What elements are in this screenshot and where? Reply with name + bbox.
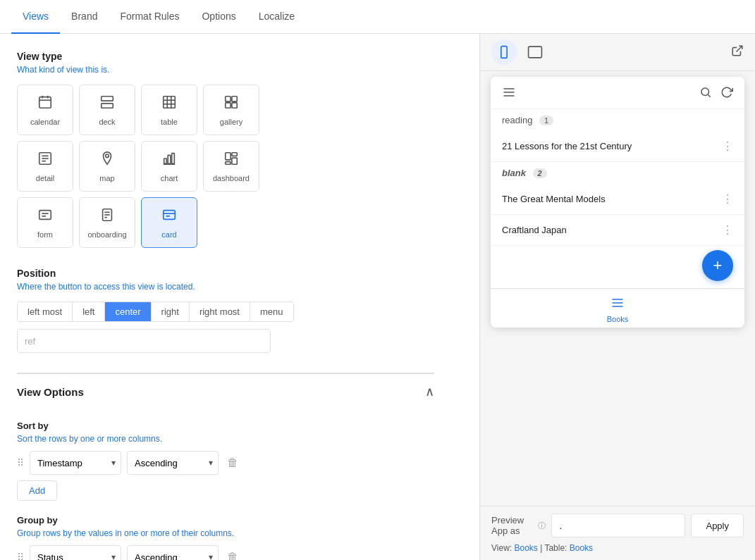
left-panel: View type What kind of view this is. cal… <box>0 34 480 560</box>
position-section: Position Where the button to access this… <box>17 268 434 353</box>
preview-bar: Preview App as ⓘ Apply View: Books | Tab… <box>480 506 755 560</box>
svg-rect-40 <box>529 46 542 58</box>
phone-screen: reading 1 21 Lessons for the 21st Centur… <box>491 77 744 328</box>
phone-refresh-icon[interactable] <box>720 86 733 102</box>
group-column-select[interactable]: Status <box>30 545 121 560</box>
view-type-calendar[interactable]: calendar <box>17 85 73 135</box>
svg-line-47 <box>708 94 710 97</box>
chart-icon <box>161 151 177 170</box>
deck-icon <box>99 94 115 113</box>
onboarding-icon <box>99 207 115 226</box>
pos-left-most[interactable]: left most <box>18 302 73 321</box>
sort-by-section: Sort by Sort the rows by one or more col… <box>17 421 434 501</box>
book-item-21lessons[interactable]: 21 Lessons for the 21st Century ⋮ <box>491 131 744 162</box>
view-type-grid: calendar deck table <box>17 85 434 248</box>
view-type-form[interactable]: form <box>17 197 73 248</box>
fab-area: + <box>491 246 744 288</box>
group-by-title: Group by <box>17 515 434 525</box>
svg-point-46 <box>701 88 709 96</box>
view-type-dashboard[interactable]: dashboard <box>203 141 259 192</box>
svg-rect-11 <box>226 96 231 101</box>
group-reading-label: reading 1 <box>491 109 744 131</box>
nav-item-views[interactable]: Views <box>11 0 60 34</box>
pos-right-most[interactable]: right most <box>190 302 250 321</box>
position-desc: Where the button to access this view is … <box>17 282 434 292</box>
view-type-map[interactable]: map <box>79 141 135 192</box>
group-blank-name: blank <box>502 168 526 178</box>
group-drag-handle[interactable]: ⠿ <box>17 552 24 560</box>
phone-frame: reading 1 21 Lessons for the 21st Centur… <box>480 71 755 506</box>
fab-button[interactable]: + <box>702 250 733 281</box>
preview-app-as-label: Preview App as ⓘ <box>491 515 546 536</box>
device-toolbar <box>480 34 755 71</box>
table-icon <box>161 94 177 113</box>
preview-app-as-input[interactable] <box>551 514 685 537</box>
apply-button[interactable]: Apply <box>691 514 744 537</box>
pos-right[interactable]: right <box>152 302 190 321</box>
svg-rect-22 <box>172 153 175 163</box>
book-title-craftland: Craftland Japan <box>502 225 567 235</box>
nav-item-options[interactable]: Options <box>190 0 247 34</box>
deck-label: deck <box>99 118 115 126</box>
view-type-onboarding[interactable]: onboarding <box>79 197 135 248</box>
svg-rect-0 <box>39 97 51 108</box>
book-item-craftland[interactable]: Craftland Japan ⋮ <box>491 215 744 246</box>
svg-rect-25 <box>232 152 237 156</box>
view-type-deck[interactable]: deck <box>79 85 135 135</box>
table-link[interactable]: Books <box>570 543 593 553</box>
group-by-section: Group by Group rows by the values in one… <box>17 515 434 560</box>
view-options-collapse-button[interactable]: ∧ <box>425 384 434 399</box>
book-more-21lessons[interactable]: ⋮ <box>722 139 733 153</box>
book-item-mental-models[interactable]: The Great Mental Models ⋮ <box>491 184 744 215</box>
external-link-button[interactable] <box>731 44 744 61</box>
view-link[interactable]: Books <box>514 543 537 553</box>
group-delete-button[interactable]: 🗑 <box>224 548 241 560</box>
sort-by-title: Sort by <box>17 421 434 431</box>
svg-rect-14 <box>232 102 237 107</box>
group-column-wrapper: Status <box>30 545 121 560</box>
sort-order-select[interactable]: Ascending Descending <box>127 451 219 475</box>
calendar-label: calendar <box>30 118 60 126</box>
sort-order-wrapper: Ascending Descending <box>127 451 219 475</box>
books-list-icon <box>610 296 625 313</box>
detail-label: detail <box>36 174 54 182</box>
bottom-nav-books[interactable]: Books <box>593 296 643 323</box>
book-more-craftland[interactable]: ⋮ <box>722 223 733 237</box>
position-title: Position <box>17 268 434 279</box>
hamburger-icon[interactable] <box>502 85 516 103</box>
sort-drag-handle[interactable]: ⠿ <box>17 457 24 468</box>
svg-rect-38 <box>501 46 507 58</box>
group-order-select[interactable]: Ascending Descending <box>127 545 219 560</box>
view-options-header: View Options ∧ <box>17 373 434 409</box>
phone-view-button[interactable] <box>491 39 517 65</box>
table-label: table <box>161 118 178 126</box>
phone-search-icon[interactable] <box>699 86 712 102</box>
ref-input[interactable]: ref <box>17 329 271 353</box>
nav-item-localize[interactable]: Localize <box>247 0 306 34</box>
phone-header-right <box>699 86 733 102</box>
svg-rect-20 <box>164 158 167 163</box>
sort-add-button[interactable]: Add <box>17 480 57 501</box>
svg-rect-4 <box>102 96 113 100</box>
device-buttons <box>491 39 548 65</box>
pos-left[interactable]: left <box>73 302 105 321</box>
svg-rect-13 <box>226 102 231 107</box>
book-more-mental-models[interactable]: ⋮ <box>722 192 733 206</box>
view-type-card[interactable]: card <box>141 197 197 248</box>
sort-column-select[interactable]: Timestamp <box>30 451 121 475</box>
sort-delete-button[interactable]: 🗑 <box>224 454 241 472</box>
nav-item-format-rules[interactable]: Format Rules <box>109 0 190 34</box>
tablet-view-button[interactable] <box>522 39 548 65</box>
pos-center[interactable]: center <box>105 302 151 321</box>
view-type-table[interactable]: table <box>141 85 197 135</box>
preview-input-row: Preview App as ⓘ Apply <box>491 514 744 537</box>
svg-rect-12 <box>232 96 237 101</box>
pos-menu[interactable]: menu <box>250 302 293 321</box>
svg-rect-26 <box>232 158 237 164</box>
nav-item-brand[interactable]: Brand <box>60 0 109 34</box>
svg-rect-6 <box>164 96 176 108</box>
calendar-icon <box>37 94 53 113</box>
view-type-chart[interactable]: chart <box>141 141 197 192</box>
view-type-gallery[interactable]: gallery <box>203 85 259 135</box>
view-type-detail[interactable]: detail <box>17 141 73 192</box>
